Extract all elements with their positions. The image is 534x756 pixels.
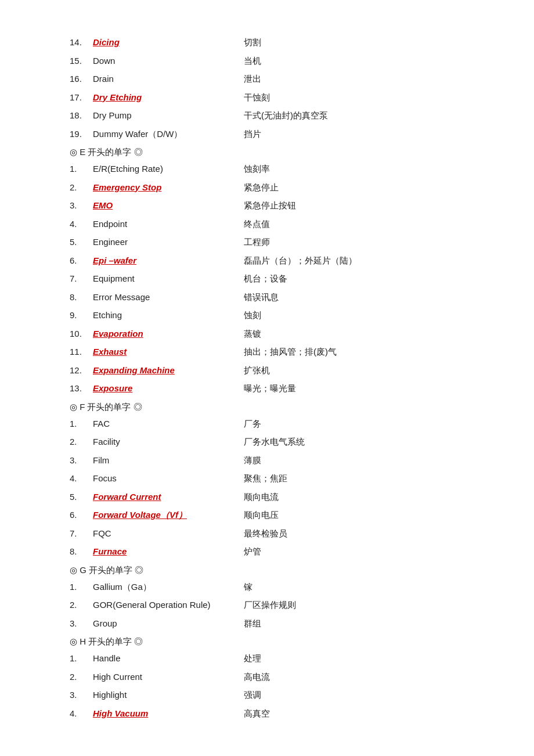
item-term: GOR(General Operation Rule) (93, 597, 244, 613)
item-term[interactable]: Epi –wafer (93, 253, 244, 268)
item-number: 4. (70, 217, 93, 232)
item-translation: 高电流 (244, 669, 476, 685)
item-term[interactable]: Evaporation (93, 326, 244, 341)
item-number: 1. (70, 161, 93, 177)
item-translation: 挡片 (244, 127, 476, 142)
item-number: 5. (70, 489, 93, 505)
item-term: Etching (93, 308, 244, 323)
item-term: Highlight (93, 687, 244, 703)
item-term[interactable]: Expanding Machine (93, 363, 244, 378)
list-item: 2.Facility厂务水电气系统 (70, 434, 476, 449)
item-term[interactable]: Exhaust (93, 344, 244, 359)
item-term: Endpoint (93, 217, 244, 232)
list-item: 14.Dicing切割 (70, 35, 476, 50)
list-item: 1.E/R(Etching Rate)蚀刻率 (70, 161, 476, 177)
item-translation: 终点值 (244, 217, 476, 232)
item-translation: 聚焦；焦距 (244, 471, 476, 486)
list-item: 1.FAC厂务 (70, 416, 476, 431)
section-header: ◎ E 开头的单字 ◎ (70, 147, 476, 158)
item-translation: 强调 (244, 687, 476, 703)
list-item: 19.Dummy Wafer（D/W）挡片 (70, 127, 476, 142)
list-item: 2.GOR(General Operation Rule)厂区操作规则 (70, 597, 476, 613)
item-term[interactable]: Forward Current (93, 489, 244, 505)
item-term: FAC (93, 416, 244, 431)
item-translation: 紧急停止按钮 (244, 198, 476, 213)
item-term: Dry Pump (93, 108, 244, 123)
item-term: E/R(Etching Rate) (93, 161, 244, 177)
list-item: 4.Focus聚焦；焦距 (70, 471, 476, 486)
item-term[interactable]: Dry Etching (93, 90, 244, 105)
list-item: 5.Engineer工程师 (70, 235, 476, 250)
item-translation: 薄膜 (244, 453, 476, 468)
item-term[interactable]: Furnace (93, 544, 244, 559)
item-translation: 当机 (244, 53, 476, 69)
item-number: 7. (70, 526, 93, 541)
item-number: 10. (70, 326, 93, 341)
item-term: Focus (93, 471, 244, 486)
list-item: 4.Endpoint终点值 (70, 217, 476, 232)
item-number: 5. (70, 235, 93, 250)
item-number: 16. (70, 71, 93, 87)
list-item: 3.Highlight强调 (70, 687, 476, 703)
item-term[interactable]: EMO (93, 198, 244, 213)
list-item: 3.EMO紧急停止按钮 (70, 198, 476, 213)
item-term: Engineer (93, 235, 244, 250)
list-item: 2.High Current高电流 (70, 669, 476, 685)
item-number: 2. (70, 180, 93, 195)
list-item: 17.Dry Etching干蚀刻 (70, 90, 476, 105)
item-number: 8. (70, 290, 93, 305)
list-item: 1.Gallium（Ga）镓 (70, 579, 476, 595)
list-item: 12.Expanding Machine扩张机 (70, 363, 476, 378)
item-term: Error Message (93, 290, 244, 305)
list-item: 7.FQC最终检验员 (70, 526, 476, 541)
item-translation: 切割 (244, 35, 476, 50)
list-item: 18.Dry Pump干式(无油封)的真空泵 (70, 108, 476, 123)
item-number: 8. (70, 544, 93, 559)
list-item: 10.Evaporation蒸镀 (70, 326, 476, 341)
item-term[interactable]: Emergency Stop (93, 180, 244, 195)
section-header: ◎ G 开头的单字 ◎ (70, 565, 476, 576)
item-number: 13. (70, 381, 93, 396)
list-item: 7.Equipment机台；设备 (70, 271, 476, 286)
item-number: 9. (70, 308, 93, 323)
item-number: 4. (70, 706, 93, 721)
item-translation: 处理 (244, 651, 476, 666)
item-number: 2. (70, 597, 93, 613)
item-term: FQC (93, 526, 244, 541)
item-translation: 炉管 (244, 544, 476, 559)
item-number: 4. (70, 471, 93, 486)
item-number: 2. (70, 669, 93, 685)
item-number: 18. (70, 108, 93, 123)
item-translation: 蒸镀 (244, 326, 476, 341)
list-item: 6.Epi –wafer磊晶片（台）；外延片（陆） (70, 253, 476, 268)
item-term[interactable]: Dicing (93, 35, 244, 50)
item-term: Film (93, 453, 244, 468)
item-translation: 曝光；曝光量 (244, 381, 476, 396)
item-term[interactable]: High Vacuum (93, 706, 244, 721)
item-term: High Current (93, 669, 244, 685)
item-translation: 最终检验员 (244, 526, 476, 541)
item-term: Handle (93, 651, 244, 666)
item-term: Gallium（Ga） (93, 579, 244, 595)
item-number: 1. (70, 651, 93, 666)
list-item: 6.Forward Voltage（Vf）顺向电压 (70, 507, 476, 523)
list-item: 3.Film薄膜 (70, 453, 476, 468)
item-number: 6. (70, 253, 93, 268)
item-translation: 高真空 (244, 706, 476, 721)
item-number: 3. (70, 198, 93, 213)
item-translation: 干蚀刻 (244, 90, 476, 105)
item-term[interactable]: Exposure (93, 381, 244, 396)
item-translation: 错误讯息 (244, 290, 476, 305)
item-translation: 厂务 (244, 416, 476, 431)
list-item: 8.Furnace炉管 (70, 544, 476, 559)
page-content: 14.Dicing切割15.Down当机16.Drain泄出17.Dry Etc… (70, 35, 476, 721)
item-number: 3. (70, 687, 93, 703)
section-header: ◎ F 开头的单字 ◎ (70, 402, 476, 413)
item-number: 1. (70, 416, 93, 431)
item-translation: 泄出 (244, 71, 476, 87)
section-header: ◎ H 开头的单字 ◎ (70, 636, 476, 647)
item-term[interactable]: Forward Voltage（Vf） (93, 507, 244, 523)
item-translation: 干式(无油封)的真空泵 (244, 108, 476, 123)
item-translation: 蚀刻率 (244, 161, 476, 177)
item-number: 12. (70, 363, 93, 378)
